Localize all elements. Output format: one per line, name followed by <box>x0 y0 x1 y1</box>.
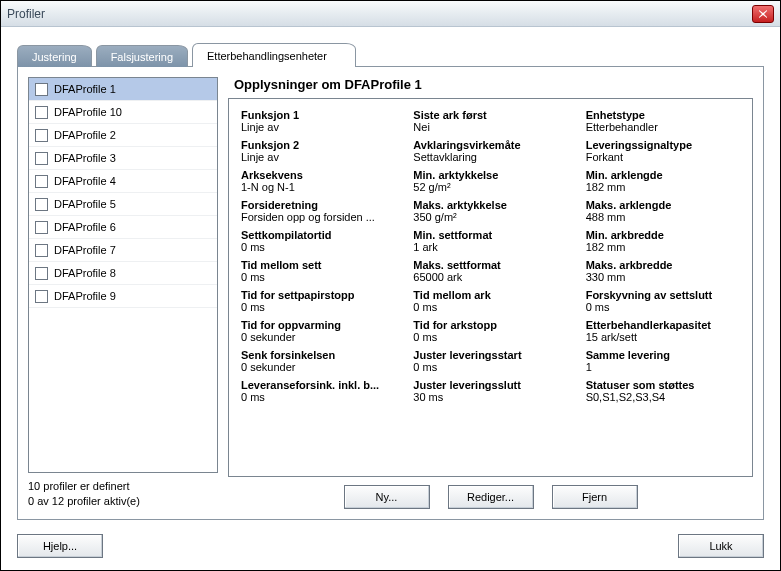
profile-label: DFAProfile 8 <box>54 267 116 279</box>
field-label: Funksjon 2 <box>241 139 395 151</box>
field-label: Siste ark først <box>413 109 567 121</box>
list-item[interactable]: DFAProfile 8 <box>29 262 217 285</box>
profile-checkbox[interactable] <box>35 83 48 96</box>
field-value: Forsiden opp og forsiden ... <box>241 211 395 223</box>
field-value: 330 mm <box>586 271 740 283</box>
field-label: Tid mellom ark <box>413 289 567 301</box>
profile-checkbox[interactable] <box>35 198 48 211</box>
field-label: Avklaringsvirkemåte <box>413 139 567 151</box>
detail-field: Juster leveringsstart0 ms <box>413 349 567 373</box>
new-button[interactable]: Ny... <box>344 485 430 509</box>
field-value: 182 mm <box>586 181 740 193</box>
detail-field: AvklaringsvirkemåteSettavklaring <box>413 139 567 163</box>
field-label: Min. arktykkelse <box>413 169 567 181</box>
field-value: 0 ms <box>586 301 740 313</box>
detail-field: Min. arklengde182 mm <box>586 169 740 193</box>
field-value: 0 ms <box>241 271 395 283</box>
detail-field: Arksekvens1-N og N-1 <box>241 169 395 193</box>
detail-box: Funksjon 1Linje avSiste ark førstNeiEnhe… <box>228 98 753 477</box>
detail-field: Min. arktykkelse52 g/m² <box>413 169 567 193</box>
profile-label: DFAProfile 9 <box>54 290 116 302</box>
list-item[interactable]: DFAProfile 5 <box>29 193 217 216</box>
field-label: Maks. arkbredde <box>586 259 740 271</box>
field-label: Arksekvens <box>241 169 395 181</box>
tab-justering[interactable]: Justering <box>17 45 92 67</box>
main-row: DFAProfile 1DFAProfile 10DFAProfile 2DFA… <box>28 77 753 509</box>
list-item[interactable]: DFAProfile 6 <box>29 216 217 239</box>
detail-field: Tid mellom ark0 ms <box>413 289 567 313</box>
tab-panel: DFAProfile 1DFAProfile 10DFAProfile 2DFA… <box>17 66 764 520</box>
profile-checkbox[interactable] <box>35 267 48 280</box>
profile-checkbox[interactable] <box>35 152 48 165</box>
field-value: 0 ms <box>413 301 567 313</box>
field-label: Statuser som støttes <box>586 379 740 391</box>
profile-label: DFAProfile 1 <box>54 83 116 95</box>
detail-field: Funksjon 1Linje av <box>241 109 395 133</box>
detail-column: Opplysninger om DFAProfile 1 Funksjon 1L… <box>228 77 753 509</box>
close-dialog-button[interactable]: Lukk <box>678 534 764 558</box>
field-label: Juster leveringsstart <box>413 349 567 361</box>
profile-checkbox[interactable] <box>35 106 48 119</box>
field-label: Funksjon 1 <box>241 109 395 121</box>
field-value: 65000 ark <box>413 271 567 283</box>
detail-field: Juster leveringsslutt30 ms <box>413 379 567 403</box>
list-item[interactable]: DFAProfile 10 <box>29 101 217 124</box>
edit-button[interactable]: Rediger... <box>448 485 534 509</box>
field-value: 0 ms <box>413 331 567 343</box>
field-value: 1 ark <box>413 241 567 253</box>
profile-checkbox[interactable] <box>35 244 48 257</box>
tab-falsjustering[interactable]: Falsjustering <box>96 45 188 67</box>
field-value: 1-N og N-1 <box>241 181 395 193</box>
detail-field: Maks. settformat65000 ark <box>413 259 567 283</box>
field-value: 0 sekunder <box>241 331 395 343</box>
detail-field: Tid for arkstopp0 ms <box>413 319 567 343</box>
profile-checkbox[interactable] <box>35 290 48 303</box>
detail-field: Funksjon 2Linje av <box>241 139 395 163</box>
profile-label: DFAProfile 3 <box>54 152 116 164</box>
profile-checkbox[interactable] <box>35 221 48 234</box>
list-item[interactable]: DFAProfile 4 <box>29 170 217 193</box>
field-value: 0 ms <box>413 361 567 373</box>
field-label: Leveringssignaltype <box>586 139 740 151</box>
profile-list-column: DFAProfile 1DFAProfile 10DFAProfile 2DFA… <box>28 77 218 509</box>
detail-field: Tid mellom sett0 ms <box>241 259 395 283</box>
profile-label: DFAProfile 4 <box>54 175 116 187</box>
field-label: Enhetstype <box>586 109 740 121</box>
field-label: Forskyvning av settslutt <box>586 289 740 301</box>
field-value: 0 ms <box>241 301 395 313</box>
field-value: Settavklaring <box>413 151 567 163</box>
remove-button[interactable]: Fjern <box>552 485 638 509</box>
field-value: 350 g/m² <box>413 211 567 223</box>
field-value: S0,S1,S2,S3,S4 <box>586 391 740 403</box>
field-value: 0 sekunder <box>241 361 395 373</box>
profile-checkbox[interactable] <box>35 175 48 188</box>
profile-listbox[interactable]: DFAProfile 1DFAProfile 10DFAProfile 2DFA… <box>28 77 218 473</box>
detail-field: Tid for settpapirstopp0 ms <box>241 289 395 313</box>
field-label: Maks. arklengde <box>586 199 740 211</box>
list-item[interactable]: DFAProfile 2 <box>29 124 217 147</box>
detail-field: Samme levering1 <box>586 349 740 373</box>
profile-label: DFAProfile 10 <box>54 106 122 118</box>
list-item[interactable]: DFAProfile 1 <box>29 78 217 101</box>
titlebar: Profiler <box>1 1 780 27</box>
detail-field: ForsideretningForsiden opp og forsiden .… <box>241 199 395 223</box>
field-value: 1 <box>586 361 740 373</box>
help-button[interactable]: Hjelp... <box>17 534 103 558</box>
tab-etterbehandlingsenheter[interactable]: Etterbehandlingsenheter <box>192 43 356 67</box>
content: Justering Falsjustering Etterbehandlings… <box>1 27 780 570</box>
list-item[interactable]: DFAProfile 7 <box>29 239 217 262</box>
field-label: Min. settformat <box>413 229 567 241</box>
list-item[interactable]: DFAProfile 9 <box>29 285 217 308</box>
profile-checkbox[interactable] <box>35 129 48 142</box>
field-label: Min. arkbredde <box>586 229 740 241</box>
list-item[interactable]: DFAProfile 3 <box>29 147 217 170</box>
detail-buttons: Ny... Rediger... Fjern <box>228 485 753 509</box>
detail-field: Maks. arktykkelse350 g/m² <box>413 199 567 223</box>
field-label: Samme levering <box>586 349 740 361</box>
close-button[interactable] <box>752 5 774 23</box>
window-title: Profiler <box>7 7 45 21</box>
profile-label: DFAProfile 2 <box>54 129 116 141</box>
field-value: 488 mm <box>586 211 740 223</box>
detail-field: Tid for oppvarming0 sekunder <box>241 319 395 343</box>
field-label: Leveranseforsink. inkl. b... <box>241 379 395 391</box>
